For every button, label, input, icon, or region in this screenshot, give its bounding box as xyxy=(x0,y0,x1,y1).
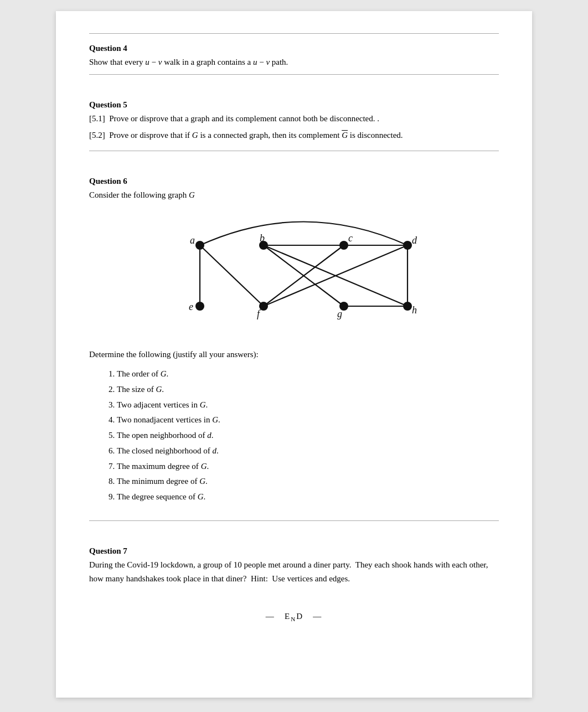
answer-list: The order of G. The size of G. Two adjac… xyxy=(89,367,499,505)
label-d: d xyxy=(412,235,417,246)
label-g: g xyxy=(337,308,342,319)
node-e xyxy=(195,302,204,311)
graph-container: a b c d e f g h xyxy=(89,215,499,337)
node-f xyxy=(259,302,268,311)
list-item-8: The minimum degree of G. xyxy=(117,474,499,489)
list-item-6: The closed neighborhood of d. xyxy=(117,443,499,459)
node-a xyxy=(195,241,204,250)
graph-svg: a b c d e f g h xyxy=(156,215,432,337)
question-5-section: Question 5 [5.1] Prove or disprove that … xyxy=(89,90,499,151)
list-item-3: Two adjacent vertices in G. xyxy=(117,398,499,413)
label-h: h xyxy=(412,305,417,316)
list-item-7: The maximum degree of G. xyxy=(117,459,499,474)
determine-text: Determine the following (justify all you… xyxy=(89,348,499,361)
rule-after-q4 xyxy=(89,74,499,75)
label-a: a xyxy=(190,235,195,246)
end-sub: N xyxy=(291,616,296,622)
q7-title: Question 7 xyxy=(89,546,499,556)
rule-after-q5 xyxy=(89,151,499,151)
q5-item-1: [5.1] Prove or disprove that a graph and… xyxy=(89,112,499,125)
list-item-5: The open neighborhood of d. xyxy=(117,428,499,443)
q6-title: Question 6 xyxy=(89,177,499,186)
label-b: b xyxy=(260,233,265,244)
node-h xyxy=(403,302,412,311)
node-c xyxy=(339,241,348,250)
q4-title: Question 4 xyxy=(89,44,499,53)
q5-title: Question 5 xyxy=(89,100,499,110)
question-7-section: Question 7 During the Covid-19 lockdown,… xyxy=(89,536,499,591)
end-line: — END — xyxy=(89,612,499,622)
list-item-2: The size of G. xyxy=(117,382,499,398)
q7-text: During the Covid-19 lockdown, a group of… xyxy=(89,558,499,586)
list-item-4: Two nonadjacent vertices in G. xyxy=(117,412,499,428)
node-d xyxy=(403,241,412,250)
q4-text: Show that every u − v walk in a graph co… xyxy=(89,55,499,69)
svg-line-9 xyxy=(200,245,264,306)
q5-item-2: [5.2] Prove or disprove that if G is a c… xyxy=(89,128,499,142)
label-f: f xyxy=(257,308,261,319)
question-4-section: Question 4 Show that every u − v walk in… xyxy=(89,34,499,74)
question-6-section: Question 6 Consider the following graph … xyxy=(89,167,499,510)
page: Question 4 Show that every u − v walk in… xyxy=(56,11,532,698)
list-item-9: The degree sequence of G. xyxy=(117,489,499,505)
label-c: c xyxy=(348,233,353,244)
list-item-1: The order of G. xyxy=(117,367,499,382)
label-e: e xyxy=(189,301,193,312)
rule-after-q6 xyxy=(89,520,499,521)
q6-intro: Consider the following graph G xyxy=(89,188,499,202)
